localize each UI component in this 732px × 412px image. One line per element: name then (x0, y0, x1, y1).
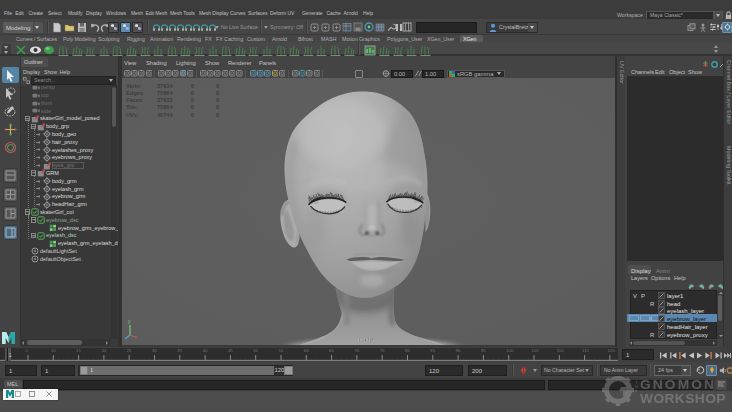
svg-text:GNOMON: GNOMON (640, 377, 716, 392)
svg-text:y: y (128, 319, 131, 324)
svg-text:persp: persp (358, 336, 372, 342)
svg-text:E: E (635, 388, 638, 393)
svg-text:WORKSHOP: WORKSHOP (640, 391, 726, 406)
